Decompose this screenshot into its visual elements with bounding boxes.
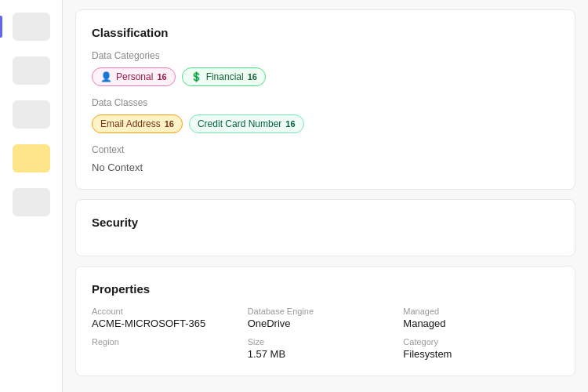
prop-managed: Managed Managed bbox=[403, 307, 559, 329]
context-label: Context bbox=[92, 144, 559, 155]
tag-email-label: Email Address bbox=[100, 118, 161, 129]
context-value: No Context bbox=[92, 162, 559, 173]
left-sidebar bbox=[0, 0, 63, 392]
sidebar-item-5[interactable] bbox=[13, 188, 50, 216]
data-classes-tags: Email Address 16 Credit Card Number 16 bbox=[92, 114, 559, 133]
security-title: Security bbox=[92, 216, 559, 229]
tag-financial-label: Financial bbox=[206, 71, 244, 82]
sidebar-item-3[interactable] bbox=[13, 100, 50, 129]
classification-section: Classification Data Categories 👤 Persona… bbox=[75, 9, 575, 190]
properties-section: Properties Account ACME-MICROSOFT-365 Da… bbox=[75, 266, 575, 376]
tag-financial[interactable]: 💲 Financial 16 bbox=[182, 67, 266, 86]
tag-personal[interactable]: 👤 Personal 16 bbox=[92, 67, 176, 86]
properties-title: Properties bbox=[92, 282, 559, 296]
prop-region-label: Region bbox=[92, 337, 248, 347]
prop-size: Size 1.57 MB bbox=[248, 337, 404, 360]
data-categories-tags: 👤 Personal 16 💲 Financial 16 bbox=[92, 67, 559, 86]
prop-region: Region bbox=[92, 337, 248, 360]
data-classes-label: Data Classes bbox=[92, 97, 559, 108]
tag-personal-label: Personal bbox=[116, 71, 153, 82]
tag-email-count: 16 bbox=[165, 119, 174, 129]
classification-title: Classification bbox=[92, 26, 559, 39]
prop-category: Category Filesystem bbox=[403, 337, 559, 360]
security-section: Security bbox=[75, 199, 575, 256]
sidebar-item-1[interactable] bbox=[13, 13, 50, 41]
tag-personal-count: 16 bbox=[157, 72, 166, 82]
prop-managed-label: Managed bbox=[403, 307, 559, 316]
prop-category-value: Filesystem bbox=[403, 348, 559, 360]
tag-financial-count: 16 bbox=[248, 72, 257, 82]
personal-icon: 👤 bbox=[100, 71, 112, 82]
main-content: Classification Data Categories 👤 Persona… bbox=[63, 0, 588, 392]
prop-account-value: ACME-MICROSOFT-365 bbox=[92, 318, 248, 329]
prop-size-label: Size bbox=[248, 337, 404, 347]
prop-db-label: Database Engine bbox=[248, 307, 404, 316]
tag-credit-card[interactable]: Credit Card Number 16 bbox=[189, 114, 304, 133]
financial-icon: 💲 bbox=[191, 71, 202, 82]
prop-category-label: Category bbox=[403, 337, 559, 347]
data-categories-label: Data Categories bbox=[92, 50, 559, 61]
tag-credit-count: 16 bbox=[285, 119, 295, 129]
sidebar-item-4[interactable] bbox=[13, 144, 50, 172]
tag-email-address[interactable]: Email Address 16 bbox=[92, 114, 183, 133]
prop-managed-value: Managed bbox=[403, 318, 559, 329]
prop-account-label: Account bbox=[92, 307, 248, 316]
prop-database-engine: Database Engine OneDrive bbox=[248, 307, 404, 329]
prop-size-value: 1.57 MB bbox=[248, 348, 404, 360]
prop-account: Account ACME-MICROSOFT-365 bbox=[92, 307, 248, 329]
sidebar-item-2[interactable] bbox=[13, 56, 50, 85]
tag-credit-label: Credit Card Number bbox=[198, 118, 281, 129]
properties-grid: Account ACME-MICROSOFT-365 Database Engi… bbox=[92, 307, 559, 360]
prop-db-value: OneDrive bbox=[248, 318, 404, 329]
